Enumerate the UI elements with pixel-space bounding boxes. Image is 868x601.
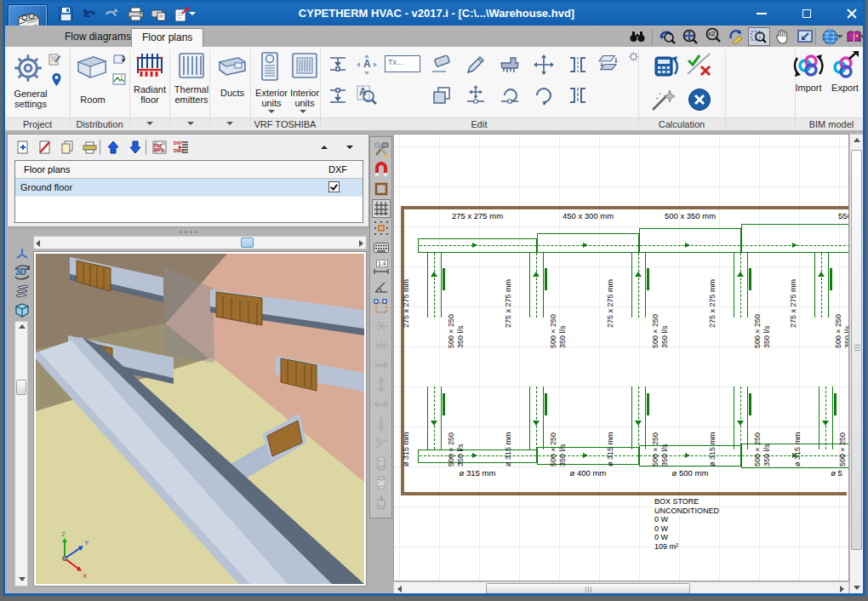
ducts-caret[interactable] bbox=[226, 122, 233, 125]
scroll-list-down-button[interactable] bbox=[341, 138, 358, 157]
radiant-floor-caret[interactable] bbox=[146, 122, 153, 125]
scroll-down-arrow[interactable] bbox=[854, 586, 860, 590]
table-row-ground-floor[interactable]: Ground floor bbox=[15, 179, 363, 197]
redo-button[interactable] bbox=[100, 4, 123, 24]
cancel-calculation-button[interactable] bbox=[688, 88, 711, 115]
view3d-hscroll-thumb[interactable] bbox=[241, 238, 254, 248]
maximize-button[interactable] bbox=[792, 3, 821, 25]
print-floorplan-button[interactable] bbox=[79, 138, 100, 157]
snap-magnet-button[interactable] bbox=[372, 160, 391, 179]
view3d-solid-button[interactable] bbox=[13, 300, 31, 319]
view3d-axes-button[interactable] bbox=[13, 244, 31, 263]
pipe-down-button[interactable] bbox=[372, 415, 391, 433]
copy-button[interactable] bbox=[431, 84, 453, 106]
branch-duct[interactable]: ø 315 mm 500×250 350 l/s bbox=[793, 386, 849, 484]
radiant-floor-button[interactable] bbox=[134, 51, 165, 83]
copy-floorplan-button[interactable] bbox=[57, 138, 77, 157]
room-view-button[interactable] bbox=[111, 71, 128, 88]
pipe-horizontal-button[interactable] bbox=[372, 395, 391, 414]
riser-3-button[interactable] bbox=[372, 493, 391, 512]
move-down-button[interactable] bbox=[125, 138, 146, 157]
edit-floorplan-button[interactable] bbox=[35, 138, 55, 157]
save-button[interactable] bbox=[54, 4, 77, 24]
copy-between-floors-button[interactable] bbox=[597, 52, 619, 74]
invert-junction-button[interactable] bbox=[567, 84, 589, 106]
branch-duct[interactable]: 275 x 275 mm 500×250 350 l/s bbox=[708, 253, 779, 351]
rotate-button[interactable] bbox=[533, 84, 555, 106]
bim-export-button[interactable] bbox=[829, 50, 859, 84]
viewport-3d[interactable]: Z Y X bbox=[33, 251, 367, 587]
canvas-hscroll-thumb[interactable] bbox=[486, 583, 690, 594]
branch-duct[interactable]: 275 x 275 mm 500×250 350 l/s bbox=[504, 253, 575, 351]
scroll-right-arrow[interactable] bbox=[359, 240, 363, 247]
room-button[interactable] bbox=[75, 54, 109, 83]
configure-tools-button[interactable] bbox=[372, 140, 391, 159]
view3d-layers-button[interactable] bbox=[13, 282, 31, 300]
general-settings-button[interactable] bbox=[12, 52, 44, 88]
branch-duct[interactable]: ø 315 mm 500×250 350 l/s bbox=[504, 386, 575, 484]
supply-duct-section[interactable] bbox=[639, 228, 741, 253]
branch-duct[interactable]: 275 x 275 mm 500×250 350 l/s bbox=[789, 253, 849, 351]
rotate-node-button[interactable] bbox=[499, 84, 521, 106]
extend-duct-up-button[interactable] bbox=[327, 84, 349, 106]
view3d-hscrollbar[interactable] bbox=[33, 236, 367, 249]
undo-button[interactable] bbox=[78, 4, 100, 24]
canvas-hscrollbar[interactable] bbox=[393, 581, 849, 596]
scroll-up-arrow[interactable] bbox=[854, 138, 860, 142]
exterior-units-caret[interactable] bbox=[268, 110, 275, 113]
branch-duct[interactable]: ø 315 mm 500×250 350 l/s bbox=[402, 386, 473, 484]
update-results-button[interactable] bbox=[648, 51, 679, 85]
project-description-button[interactable] bbox=[46, 50, 63, 67]
scroll-left-arrow[interactable] bbox=[397, 586, 402, 592]
tab-floor-plans[interactable]: Floor plans bbox=[131, 28, 203, 47]
thermal-emitters-button[interactable] bbox=[177, 51, 206, 83]
exterior-units-button[interactable] bbox=[260, 51, 279, 85]
move-button[interactable] bbox=[533, 54, 555, 76]
zoom-window-button[interactable] bbox=[748, 27, 770, 46]
assign-button[interactable] bbox=[499, 54, 521, 76]
view3d-rotate-button[interactable]: 3D bbox=[13, 263, 31, 282]
edit-junction-button[interactable] bbox=[567, 54, 589, 76]
check-results-button[interactable] bbox=[686, 52, 713, 81]
dxf-checkbox[interactable] bbox=[328, 181, 340, 192]
branch-duct[interactable]: ø 315 mm 500×250 350 l/s bbox=[708, 386, 779, 484]
delete-button[interactable] bbox=[431, 54, 453, 76]
pipe-vertical-button[interactable] bbox=[372, 375, 391, 394]
dxf-templates-button[interactable]: DXF DWG bbox=[149, 138, 169, 157]
wizard-button[interactable] bbox=[649, 88, 675, 117]
full-screen-button[interactable] bbox=[794, 27, 816, 46]
riser-1-button[interactable] bbox=[372, 454, 391, 472]
edit-text-button[interactable]: Tx... bbox=[385, 55, 420, 72]
pipe-right-button[interactable] bbox=[372, 356, 391, 375]
minimize-button[interactable] bbox=[747, 3, 776, 25]
scroll-down-arrow[interactable] bbox=[19, 577, 26, 581]
move-text-button[interactable]: A bbox=[356, 54, 378, 76]
close-button[interactable] bbox=[837, 3, 865, 25]
object-snap-button[interactable] bbox=[372, 219, 391, 238]
room-update-button[interactable] bbox=[111, 50, 128, 67]
riser-2-button[interactable] bbox=[372, 473, 391, 492]
canvas-vscroll-thumb[interactable] bbox=[851, 150, 862, 550]
help-caret[interactable] bbox=[859, 35, 865, 38]
dxf-layers-button[interactable]: DXF DWG bbox=[171, 138, 191, 157]
branch-duct[interactable]: 275 x 275 mm 500×250 350 l/s bbox=[402, 253, 473, 351]
dimensions-button[interactable]: 1.4 bbox=[372, 258, 391, 277]
scroll-right-arrow[interactable] bbox=[840, 586, 844, 592]
scroll-left-arrow[interactable] bbox=[36, 240, 40, 247]
redraw-button[interactable] bbox=[725, 27, 747, 46]
branch-duct[interactable]: ø 315 mm 500×250 350 l/s bbox=[606, 386, 677, 484]
zoom-previous-button[interactable] bbox=[656, 27, 678, 46]
export-print-caret[interactable] bbox=[189, 12, 196, 15]
hide-crossings-button[interactable] bbox=[372, 317, 391, 335]
print-button[interactable] bbox=[124, 4, 146, 24]
branch-duct[interactable]: 275 x 275 mm 500×250 350 l/s bbox=[606, 253, 677, 351]
interior-units-caret[interactable] bbox=[300, 110, 306, 113]
keyboard-input-button[interactable] bbox=[372, 238, 391, 257]
move-up-button[interactable] bbox=[103, 138, 123, 157]
grid-button[interactable] bbox=[372, 199, 391, 218]
add-floorplan-button[interactable] bbox=[13, 138, 33, 157]
supply-duct-section[interactable] bbox=[537, 233, 639, 253]
hide-symbols-button[interactable] bbox=[372, 336, 391, 355]
pan-button[interactable] bbox=[771, 27, 793, 46]
zoom-extents-button[interactable] bbox=[679, 27, 701, 46]
